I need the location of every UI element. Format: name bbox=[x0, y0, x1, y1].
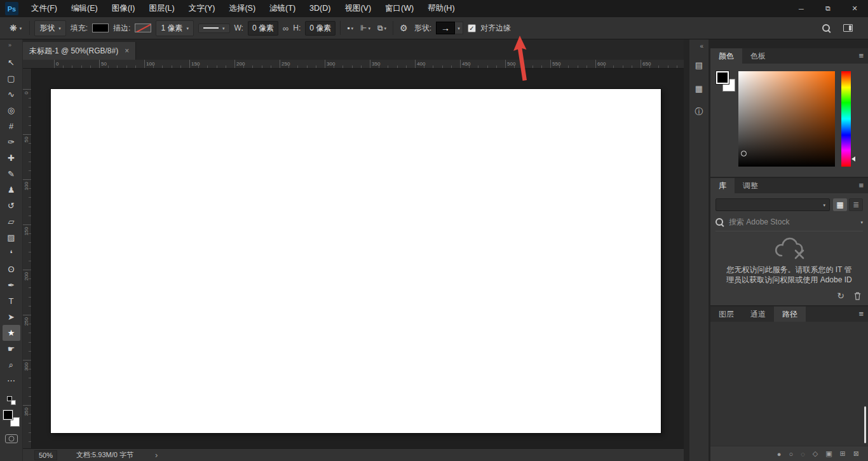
list-view-button[interactable]: ≣ bbox=[849, 198, 863, 211]
info-panel-icon[interactable]: ⓘ bbox=[691, 104, 707, 120]
new-path-button[interactable]: ⊞ bbox=[840, 450, 846, 458]
pen-tool[interactable]: ✒ bbox=[3, 277, 20, 293]
ruler-tick: 150 bbox=[23, 224, 31, 270]
restore-button[interactable]: ⧉ bbox=[815, 0, 841, 17]
delete-path-button[interactable]: ⊠ bbox=[853, 450, 859, 458]
library-select[interactable]: ▾ bbox=[715, 198, 830, 211]
sync-status-icon[interactable]: ↻ bbox=[837, 291, 844, 301]
document-canvas[interactable] bbox=[51, 89, 661, 433]
foreground-color-swatch[interactable] bbox=[716, 71, 729, 84]
menu-item[interactable]: 滤镜(T) bbox=[262, 0, 302, 17]
dodge-tool[interactable]: ʘ bbox=[3, 261, 20, 277]
menu-item[interactable]: 文字(Y) bbox=[182, 0, 222, 17]
menu-item[interactable]: 图层(L) bbox=[142, 0, 181, 17]
tool-mode-select[interactable]: 形状 ▾ bbox=[34, 20, 66, 36]
hand-tool[interactable]: ☛ bbox=[3, 341, 20, 357]
quick-selection-tool[interactable]: ◎ bbox=[3, 102, 20, 118]
grid-view-button[interactable]: ▦ bbox=[833, 198, 847, 211]
path-arrangement-button[interactable]: ⧉ ▾ bbox=[376, 22, 388, 34]
menu-item[interactable]: 窗口(W) bbox=[378, 0, 421, 17]
close-tab-icon[interactable]: × bbox=[125, 46, 129, 55]
width-input[interactable]: 0 像素 bbox=[248, 21, 278, 36]
workspace-switcher-icon[interactable] bbox=[843, 24, 853, 32]
stroke-color-swatch[interactable] bbox=[135, 24, 151, 32]
adjustments-panel-icon[interactable]: ▦ bbox=[691, 81, 707, 96]
minimize-button[interactable]: ─ bbox=[788, 0, 815, 17]
path-selection-tool[interactable]: ➤ bbox=[3, 309, 20, 325]
shape-picker[interactable]: → ▾ bbox=[436, 22, 463, 34]
path-alignment-button[interactable]: ⊩ ▾ bbox=[358, 22, 372, 34]
menu-item[interactable]: 3D(D) bbox=[302, 0, 337, 17]
rectangular-marquee-tool[interactable]: ▢ bbox=[3, 71, 20, 86]
foreground-color-swatch[interactable] bbox=[3, 410, 13, 420]
quick-mask-button[interactable] bbox=[5, 434, 18, 443]
lasso-tool[interactable]: ∿ bbox=[3, 86, 20, 102]
menu-item[interactable]: 帮助(H) bbox=[421, 0, 461, 17]
fill-color-swatch[interactable] bbox=[92, 24, 109, 32]
trash-icon[interactable] bbox=[853, 291, 862, 301]
crop-tool[interactable]: # bbox=[3, 118, 20, 134]
panel-tab[interactable]: 路径 bbox=[774, 306, 806, 322]
expand-toolbar-icon[interactable]: » bbox=[0, 39, 22, 50]
paths-list[interactable] bbox=[710, 322, 868, 446]
canvas[interactable]: 050100150200250300350400 bbox=[23, 69, 684, 448]
spot-healing-brush-tool[interactable]: ✚ bbox=[3, 150, 20, 166]
custom-shape-tool[interactable]: ★ bbox=[3, 325, 20, 341]
height-input[interactable]: 0 像素 bbox=[305, 21, 336, 36]
panel-tab[interactable]: 通道 bbox=[742, 306, 774, 322]
vertical-ruler: 050100150200250300350400 bbox=[23, 69, 32, 448]
gradient-tool[interactable]: ▨ bbox=[3, 230, 20, 245]
add-mask-button[interactable]: ▣ bbox=[825, 450, 832, 458]
eraser-tool[interactable]: ▱ bbox=[3, 214, 20, 230]
history-brush-tool[interactable]: ↺ bbox=[3, 198, 20, 214]
load-path-as-selection-button[interactable]: ◌ bbox=[801, 450, 805, 458]
panel-tab[interactable]: 色板 bbox=[742, 48, 774, 64]
menu-item[interactable]: 视图(V) bbox=[337, 0, 378, 17]
panel-menu-icon[interactable]: ≡ bbox=[858, 181, 864, 190]
close-button[interactable]: ✕ bbox=[841, 0, 868, 17]
libraries-panel: ≡ 库调整 ▾ ▦≣ 搜索 Adobe Stock ▾ bbox=[710, 178, 868, 305]
make-work-path-button[interactable]: ◇ bbox=[813, 450, 818, 458]
library-search[interactable]: 搜索 Adobe Stock ▾ bbox=[715, 217, 863, 231]
default-colors-icon[interactable] bbox=[7, 396, 16, 405]
status-flyout-chevron[interactable]: › bbox=[155, 450, 158, 460]
stroke-style-select[interactable]: ▾ bbox=[198, 24, 230, 33]
menu-item[interactable]: 文件(F) bbox=[24, 0, 64, 17]
menu-item[interactable]: 编辑(E) bbox=[64, 0, 105, 17]
panel-tab[interactable]: 调整 bbox=[735, 178, 766, 193]
eyedropper-tool[interactable]: ✑ bbox=[3, 134, 20, 150]
color-picker-ring[interactable] bbox=[741, 151, 747, 156]
hue-slider-marker[interactable] bbox=[851, 156, 855, 162]
move-tool[interactable]: ↖ bbox=[3, 55, 20, 71]
shape-picker-chevron[interactable]: ▾ bbox=[455, 22, 463, 34]
link-dimensions-icon[interactable]: ∞ bbox=[283, 24, 288, 33]
menu-item[interactable]: 图像(I) bbox=[105, 0, 142, 17]
type-tool[interactable]: T bbox=[3, 293, 20, 309]
brush-tool[interactable]: ✎ bbox=[3, 166, 20, 182]
panel-tab[interactable]: 图层 bbox=[710, 306, 742, 322]
align-edges-checkbox[interactable]: ✓ bbox=[468, 24, 476, 32]
document-tab[interactable]: 未标题-1 @ 50%(RGB/8#) × bbox=[23, 42, 136, 60]
panel-tab[interactable]: 颜色 bbox=[710, 48, 742, 64]
panel-tab[interactable]: 库 bbox=[710, 178, 735, 193]
panel-menu-icon[interactable]: ≡ bbox=[858, 309, 864, 319]
expand-panels-icon[interactable]: « bbox=[700, 39, 709, 51]
hue-slider[interactable] bbox=[841, 71, 851, 167]
zoom-tool[interactable]: ⌕ bbox=[3, 357, 20, 373]
clone-stamp-tool[interactable]: ♟ bbox=[3, 182, 20, 198]
fill-path-button[interactable]: ● bbox=[777, 450, 782, 458]
zoom-level[interactable]: 50% bbox=[34, 450, 57, 460]
menu-item[interactable]: 选择(S) bbox=[222, 0, 262, 17]
properties-panel-icon[interactable]: ▤ bbox=[691, 57, 707, 72]
blur-tool[interactable]: ❛ bbox=[3, 245, 20, 261]
path-operations-button[interactable]: ▪ ▾ bbox=[345, 22, 355, 34]
panel-menu-icon[interactable]: ≡ bbox=[858, 51, 864, 60]
gear-icon[interactable]: ⚙ bbox=[398, 23, 410, 33]
edit-toolbar-button[interactable]: ⋯ bbox=[3, 373, 20, 389]
scrollbar-thumb[interactable] bbox=[864, 406, 866, 443]
stroke-path-button[interactable]: ○ bbox=[789, 450, 793, 458]
color-spectrum[interactable] bbox=[738, 71, 835, 167]
stroke-width-select[interactable]: 1 像素 ▾ bbox=[156, 20, 194, 36]
tool-preset-picker[interactable]: ❋ ▾ bbox=[6, 21, 25, 35]
search-icon[interactable] bbox=[822, 24, 831, 32]
